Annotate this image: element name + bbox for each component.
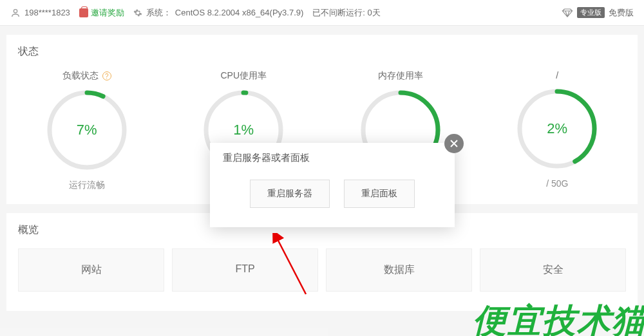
close-icon[interactable] bbox=[444, 134, 464, 153]
restart-server-button[interactable]: 重启服务器 bbox=[250, 180, 330, 208]
watermark: 便宜技术猫 bbox=[473, 299, 644, 336]
restart-modal: 重启服务器或者面板 重启服务器 重启面板 bbox=[210, 143, 455, 227]
restart-panel-button[interactable]: 重启面板 bbox=[344, 180, 415, 208]
modal-title: 重启服务器或者面板 bbox=[210, 143, 455, 173]
